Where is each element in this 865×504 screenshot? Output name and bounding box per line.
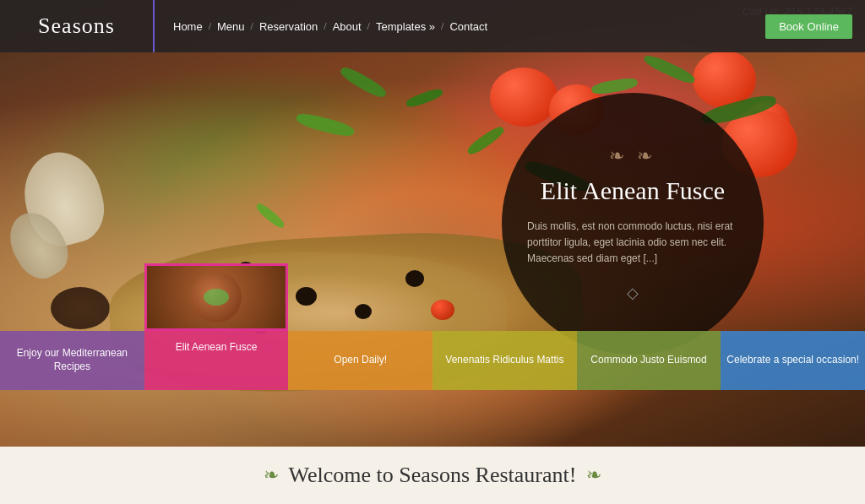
bottom-tiles: Enjoy our Mediterranean Recipes Elit Aen… — [0, 331, 865, 390]
welcome-deco-right: ❧ — [586, 464, 601, 486]
olive-2 — [296, 287, 317, 306]
tile-venenatis[interactable]: Venenatis Ridiculus Mattis — [432, 331, 577, 390]
nav-contact[interactable]: Contact — [448, 20, 489, 33]
nav-reservation[interactable]: Reservation — [258, 20, 319, 33]
welcome-title: Welcome to Seasons Restaurant! — [289, 463, 577, 488]
tile-pink-image — [144, 263, 289, 331]
welcome-section: ❧ Welcome to Seasons Restaurant! ❧ — [0, 447, 865, 504]
site-header: Seasons Home / Menu / Reservation / Abou… — [0, 0, 865, 52]
hero-section: ❧ ❧ Elit Aenean Fusce Duis mollis, est n… — [0, 0, 865, 447]
hero-highlight-circle: ❧ ❧ Elit Aenean Fusce Duis mollis, est n… — [502, 93, 764, 355]
tile-commodo[interactable]: Commodo Justo Euismod — [577, 331, 721, 390]
welcome-deco-left: ❧ — [264, 464, 279, 486]
olive-3 — [355, 304, 372, 319]
tile-elit[interactable]: Elit Aenean Fusce — [144, 297, 289, 390]
nav-home[interactable]: Home — [171, 20, 204, 33]
nav-sep-3: / — [324, 20, 326, 33]
tile-mediterranean[interactable]: Enjoy our Mediterranean Recipes — [0, 331, 144, 390]
nav-sep-4: / — [367, 20, 370, 33]
tile-celebrate[interactable]: Celebrate a special occasion! — [721, 331, 865, 390]
nav-about[interactable]: About — [331, 20, 363, 33]
book-online-button[interactable]: Book Online — [765, 14, 852, 39]
spice-bowl — [51, 287, 110, 329]
site-logo[interactable]: Seasons — [38, 14, 115, 39]
nav-sep-2: / — [251, 20, 253, 33]
tomato-1 — [490, 68, 558, 127]
pizza-tomato-2 — [431, 300, 454, 320]
main-nav: Home / Menu / Reservation / About / Temp… — [155, 20, 765, 33]
circle-body: Duis mollis, est non commodo luctus, nis… — [527, 219, 738, 268]
circle-deco-bottom: ◇ — [627, 284, 639, 302]
logo-area: Seasons — [0, 0, 155, 52]
circle-deco-top: ❧ ❧ — [609, 145, 657, 167]
circle-title: Elit Aenean Fusce — [541, 174, 725, 207]
nav-templates[interactable]: Templates » — [374, 20, 437, 33]
tile-open-daily[interactable]: Open Daily! — [288, 331, 432, 390]
nav-menu[interactable]: Menu — [215, 20, 247, 33]
nav-sep-1: / — [209, 20, 211, 33]
nav-sep-5: / — [441, 20, 443, 33]
welcome-text-container: ❧ Welcome to Seasons Restaurant! ❧ — [264, 463, 602, 488]
olive-4 — [405, 270, 424, 287]
